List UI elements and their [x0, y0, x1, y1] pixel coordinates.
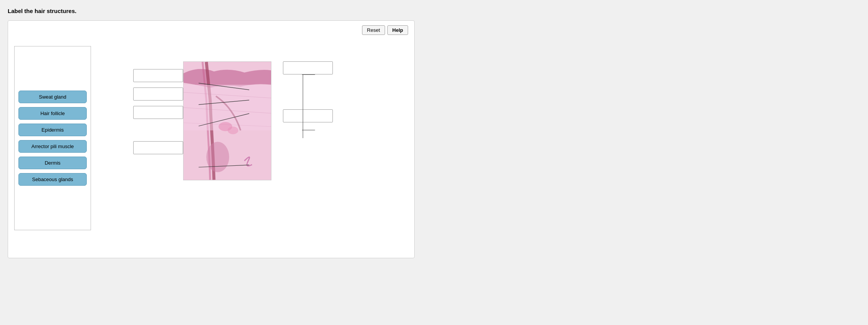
drop-box-right-2[interactable] [283, 109, 333, 122]
label-btn-hair-follicle[interactable]: Hair follicle [18, 107, 87, 120]
help-button[interactable]: Help [387, 25, 408, 35]
diagram-area: LM × 42 [95, 46, 408, 230]
label-btn-sebaceous-glands[interactable]: Sebaceous glands [18, 173, 87, 186]
histology-image: LM × 42 [183, 61, 271, 180]
label-btn-sweat-gland[interactable]: Sweat gland [18, 91, 87, 103]
svg-point-2 [206, 142, 229, 172]
label-btn-epidermis[interactable]: Epidermis [18, 124, 87, 136]
drop-box-left-2[interactable] [133, 87, 183, 101]
top-buttons: Reset Help [362, 25, 408, 35]
page-title: Label the hair structures. [8, 8, 415, 14]
content-area: Sweat gland Hair follicle Epidermis Arre… [14, 46, 408, 230]
label-btn-arrector-pili[interactable]: Arrector pili muscle [18, 140, 87, 153]
drop-box-left-4[interactable] [133, 141, 183, 154]
main-panel: Reset Help Sweat gland Hair follicle Epi… [8, 20, 415, 258]
page-container: Label the hair structures. Reset Help Sw… [0, 0, 422, 266]
label-btn-dermis[interactable]: Dermis [18, 157, 87, 169]
drop-box-right-1[interactable] [283, 61, 333, 74]
drop-box-left-3[interactable] [133, 106, 183, 119]
reset-button[interactable]: Reset [362, 25, 385, 35]
svg-point-4 [228, 127, 238, 134]
drop-box-left-1[interactable] [133, 69, 183, 82]
labels-panel: Sweat gland Hair follicle Epidermis Arre… [14, 46, 91, 230]
